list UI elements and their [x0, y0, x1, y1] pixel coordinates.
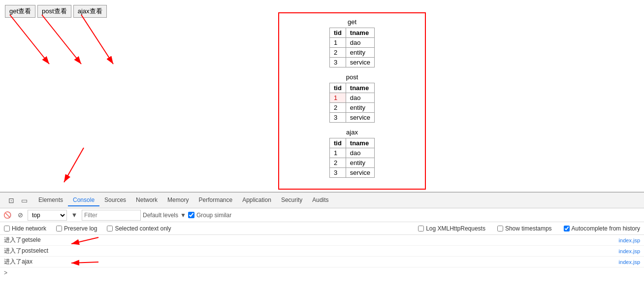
- options-right: Log XMLHttpRequests Show timestamps Auto…: [418, 225, 640, 232]
- get-button[interactable]: get查看: [5, 5, 35, 18]
- tname-cell: entity: [346, 158, 374, 168]
- svg-line-4: [64, 148, 84, 182]
- post-tid-header: tid: [329, 83, 346, 93]
- tab-performance[interactable]: Performance: [193, 195, 237, 206]
- log-item-getsele: 进入了getsele index.jsp: [0, 235, 644, 246]
- tid-cell: 2: [329, 103, 346, 113]
- tname-cell: service: [346, 168, 374, 178]
- tab-security[interactable]: Security: [276, 195, 307, 206]
- tid-cell: 3: [329, 58, 346, 67]
- device-icon[interactable]: ▭: [19, 195, 30, 206]
- log-xhr-label: Log XMLHttpRequests: [426, 225, 485, 232]
- table-row: 2entity: [329, 158, 374, 168]
- tname-cell: dao: [346, 38, 374, 48]
- tname-cell: dao: [346, 148, 374, 158]
- console-output: 进入了getsele index.jsp 进入了postselect index…: [0, 235, 644, 297]
- tab-icon-group: ⊡ ▭: [2, 195, 33, 206]
- tid-cell: 2: [329, 158, 346, 168]
- webpage-area: get查看 post查看 ajax查看 get tidtname 1dao 2e…: [0, 0, 644, 192]
- log-source[interactable]: index.jsp: [619, 248, 640, 254]
- group-similar-label: Group similar: [196, 212, 231, 219]
- tname-cell: dao: [346, 93, 374, 103]
- table-row: 3service: [329, 58, 374, 67]
- preserve-log-label: Preserve log: [64, 225, 97, 232]
- hide-network-label: Hide network: [12, 225, 46, 232]
- autocomplete-checkbox[interactable]: [564, 226, 570, 231]
- svg-line-1: [10, 15, 49, 64]
- tid-cell: 2: [329, 48, 346, 58]
- ajax-section: ajax tidtname 1dao 2entity 3service: [287, 129, 418, 178]
- svg-line-2: [42, 15, 81, 64]
- tid-cell: 1: [329, 93, 346, 103]
- context-dropdown-icon[interactable]: ▼: [69, 210, 80, 221]
- tname-cell: service: [346, 113, 374, 123]
- log-text: 进入了postselect: [4, 247, 619, 255]
- tab-elements[interactable]: Elements: [33, 195, 68, 206]
- tab-application[interactable]: Application: [237, 195, 276, 206]
- table-row: 3service: [329, 113, 374, 123]
- levels-dropdown-icon[interactable]: ▼: [180, 212, 186, 219]
- button-group: get查看 post查看 ajax查看: [5, 5, 107, 18]
- tab-audits[interactable]: Audits: [307, 195, 333, 206]
- tid-cell: 3: [329, 168, 346, 178]
- post-title: post: [287, 73, 418, 81]
- tname-cell: service: [346, 58, 374, 67]
- autocomplete-label: Autocomplete from history: [572, 225, 640, 232]
- selected-context-checkbox[interactable]: [107, 226, 113, 231]
- console-prompt[interactable]: >: [0, 267, 644, 278]
- devtools-tabs: ⊡ ▭ Elements Console Sources Network Mem…: [0, 193, 644, 208]
- preserve-log-checkbox[interactable]: [56, 226, 62, 231]
- options-row: Hide network Preserve log Selected conte…: [0, 222, 644, 235]
- result-box: get tidtname 1dao 2entity 3service post …: [278, 12, 426, 190]
- block-button[interactable]: ⊘: [15, 210, 26, 221]
- context-select[interactable]: top: [28, 210, 67, 221]
- ajax-title: ajax: [287, 129, 418, 136]
- post-tname-header: tname: [346, 83, 374, 93]
- show-timestamps-option[interactable]: Show timestamps: [497, 225, 552, 232]
- get-tname-header: tname: [346, 28, 374, 38]
- inspect-icon[interactable]: ⊡: [6, 195, 17, 206]
- tname-cell: entity: [346, 48, 374, 58]
- get-title: get: [287, 18, 418, 26]
- log-source[interactable]: index.jsp: [619, 259, 640, 265]
- tab-sources[interactable]: Sources: [99, 195, 131, 206]
- ajax-tid-header: tid: [329, 138, 346, 148]
- ajax-button[interactable]: ajax查看: [73, 5, 107, 18]
- table-row: 1dao: [329, 38, 374, 48]
- log-source[interactable]: index.jsp: [619, 237, 640, 243]
- hide-network-checkbox[interactable]: [4, 226, 10, 231]
- log-text: 进入了getsele: [4, 236, 619, 244]
- clear-console-button[interactable]: 🚫: [2, 210, 13, 221]
- levels-label: Default levels: [143, 212, 178, 219]
- log-item-postselect: 进入了postselect index.jsp: [0, 246, 644, 257]
- hide-network-option[interactable]: Hide network: [4, 225, 46, 232]
- tid-cell: 3: [329, 113, 346, 123]
- autocomplete-option[interactable]: Autocomplete from history: [564, 225, 640, 232]
- tab-network[interactable]: Network: [131, 195, 162, 206]
- table-row: 1dao: [329, 148, 374, 158]
- selected-context-option[interactable]: Selected context only: [107, 225, 171, 232]
- selected-context-label: Selected context only: [115, 225, 171, 232]
- log-xhr-option[interactable]: Log XMLHttpRequests: [418, 225, 485, 232]
- log-text: 进入了ajax: [4, 258, 619, 266]
- table-row: 2entity: [329, 48, 374, 58]
- log-xhr-checkbox[interactable]: [418, 226, 424, 231]
- prompt-icon: >: [4, 269, 7, 276]
- tab-console[interactable]: Console: [68, 195, 99, 206]
- tid-cell: 1: [329, 38, 346, 48]
- table-row: 3service: [329, 168, 374, 178]
- show-timestamps-checkbox[interactable]: [497, 226, 503, 231]
- filter-input[interactable]: [82, 210, 141, 221]
- post-button[interactable]: post查看: [37, 5, 71, 18]
- preserve-log-option[interactable]: Preserve log: [56, 225, 97, 232]
- get-tid-header: tid: [329, 28, 346, 38]
- tab-memory[interactable]: Memory: [162, 195, 193, 206]
- log-item-ajax: 进入了ajax index.jsp: [0, 257, 644, 267]
- tid-cell: 1: [329, 148, 346, 158]
- group-similar-checkbox[interactable]: [188, 212, 194, 218]
- tname-cell: entity: [346, 103, 374, 113]
- devtools-panel: ⊡ ▭ Elements Console Sources Network Mem…: [0, 192, 644, 297]
- post-table: tidtname 1dao 2entity 3service: [329, 83, 375, 123]
- ajax-table: tidtname 1dao 2entity 3service: [329, 138, 375, 178]
- post-section: post tidtname 1dao 2entity 3service: [287, 73, 418, 123]
